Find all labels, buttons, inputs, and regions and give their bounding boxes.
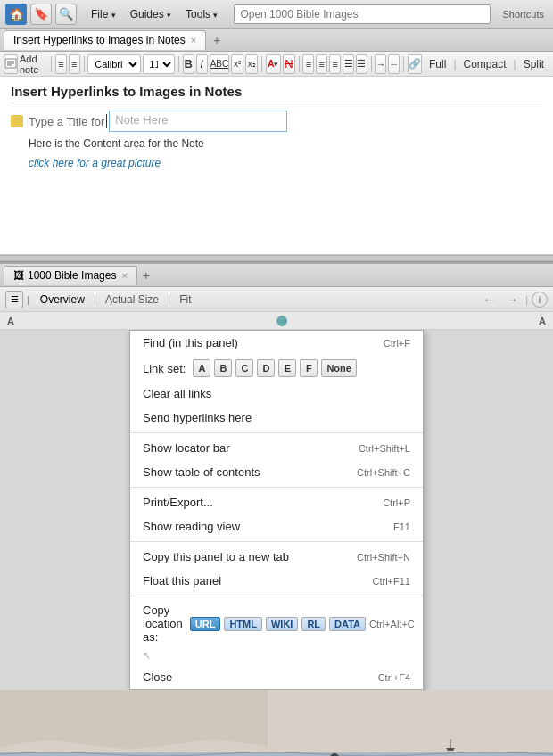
- panel-sep-1: |: [27, 294, 29, 305]
- menu-bar: File ▾ Guides ▾ Tools ▾: [84, 4, 225, 24]
- panel-fit-btn[interactable]: Fit: [174, 292, 196, 308]
- ctx-sep-1: [130, 432, 423, 433]
- panel-info-btn[interactable]: i: [532, 292, 548, 308]
- ruler-a-left: A: [7, 316, 14, 326]
- ruler-a-right: A: [539, 316, 546, 326]
- numbered-list-btn[interactable]: ☰: [356, 54, 367, 74]
- ctx-copy-new-tab[interactable]: Copy this panel to a new tab Ctrl+Shift+…: [130, 545, 423, 569]
- search-btn[interactable]: 🔍: [55, 4, 77, 25]
- panel-overview-btn[interactable]: Overview: [35, 292, 90, 308]
- menu-tools[interactable]: Tools ▾: [178, 4, 225, 24]
- ctx-show-toc[interactable]: Show table of contents Ctrl+Shift+C: [130, 460, 423, 484]
- toolbar-sep-3: [178, 56, 179, 72]
- font-family-select[interactable]: Calibri: [87, 54, 141, 74]
- bullet-list-btn[interactable]: ☰: [343, 54, 354, 74]
- panel-actual-size-btn[interactable]: Actual Size: [100, 292, 164, 308]
- copy-loc-url-btn[interactable]: URL: [190, 617, 221, 631]
- panel-tab-close[interactable]: ×: [121, 270, 127, 281]
- italic-btn[interactable]: I: [196, 54, 208, 74]
- panel-back-btn[interactable]: ←: [479, 292, 499, 307]
- font-size-select[interactable]: 11: [143, 54, 175, 74]
- link-btn[interactable]: 🔗: [408, 54, 422, 74]
- panel-toolbar: ☰ | Overview | Actual Size | Fit ← → | i: [0, 287, 553, 312]
- link-btn-none[interactable]: None: [321, 359, 357, 377]
- toolbar-sep-7: [403, 56, 404, 72]
- note-type-btn[interactable]: [4, 54, 18, 74]
- context-menu: Find (in this panel) Ctrl+F Link set: A …: [129, 330, 424, 690]
- bold-btn[interactable]: B: [183, 54, 194, 74]
- cursor-row: ↖: [130, 648, 423, 665]
- split-mode-btn[interactable]: Split: [518, 56, 549, 72]
- global-search-input[interactable]: [234, 4, 490, 24]
- align-center-btn[interactable]: ≡: [316, 54, 327, 74]
- align-right-btn[interactable]: ≡: [329, 54, 341, 74]
- note-tab-close[interactable]: ×: [191, 35, 196, 45]
- align-left-btn[interactable]: ≡: [302, 54, 314, 74]
- link-btn-b[interactable]: B: [214, 359, 232, 377]
- bible-images-tab[interactable]: 🖼 1000 Bible Images ×: [4, 266, 137, 285]
- ctx-show-locator[interactable]: Show locator bar Ctrl+Shift+L: [130, 436, 423, 460]
- bible-images-panel: 🖼 1000 Bible Images × + ☰ | Overview | A…: [0, 262, 553, 756]
- link-btn-f[interactable]: F: [300, 359, 318, 377]
- bookmark-btn[interactable]: 🔖: [30, 4, 52, 25]
- copy-location-shortcut: Ctrl+Alt+C: [369, 619, 415, 629]
- link-btn-d[interactable]: D: [257, 359, 275, 377]
- copy-loc-rl-btn[interactable]: RL: [301, 617, 326, 631]
- panel-forward-btn[interactable]: →: [502, 292, 522, 307]
- new-note-tab-btn[interactable]: +: [208, 31, 226, 49]
- new-panel-tab-btn[interactable]: +: [137, 267, 155, 284]
- ctx-send-hyperlinks[interactable]: Send hyperlinks here: [130, 406, 423, 430]
- view-modes: Full | Compact | Split: [424, 56, 549, 72]
- link-btn-c[interactable]: C: [235, 359, 253, 377]
- view-sep-1: |: [453, 58, 456, 70]
- note-toolbar: Add note ≡ ≡ Calibri 11 B I ABC x² x₂ A …: [0, 52, 553, 77]
- note-title-input[interactable]: Note Here: [109, 111, 287, 132]
- abc-btn[interactable]: ABC: [210, 54, 230, 74]
- ctx-clear-links[interactable]: Clear all links: [130, 382, 423, 406]
- toolbar-sep-5: [299, 56, 300, 72]
- boat-illustration: [0, 690, 553, 756]
- indent-decrease-btn[interactable]: ≡: [55, 54, 67, 74]
- superscript-btn[interactable]: x²: [231, 54, 243, 74]
- ctx-copy-location-row: Copy location as: URL HTML WIKI RL DATA …: [130, 599, 423, 648]
- indent-increase-btn[interactable]: ≡: [69, 54, 80, 74]
- ctx-sep-2: [130, 487, 423, 488]
- menu-guides[interactable]: Guides ▾: [123, 4, 178, 24]
- ctx-reading-view[interactable]: Show reading view F11: [130, 514, 423, 538]
- subscript-btn[interactable]: x₂: [245, 54, 258, 74]
- increase-indent-btn[interactable]: →: [375, 54, 386, 74]
- copy-location-label: Copy location as:: [143, 604, 183, 644]
- view-sep-2: |: [514, 58, 516, 70]
- highlight-color-btn[interactable]: A ▾: [266, 54, 281, 74]
- ruler: A A: [0, 312, 553, 330]
- compact-mode-btn[interactable]: Compact: [458, 56, 512, 72]
- ctx-float-panel[interactable]: Float this panel Ctrl+F11: [130, 569, 423, 593]
- panel-nav-sep3: |: [525, 294, 528, 305]
- ctx-sep-3: [130, 541, 423, 542]
- copy-loc-html-btn[interactable]: HTML: [224, 617, 262, 631]
- ctx-find[interactable]: Find (in this panel) Ctrl+F: [130, 331, 423, 355]
- note-tab[interactable]: Insert Hyperlinks to Images in Notes ×: [4, 30, 206, 50]
- panel-resize-handle[interactable]: [0, 255, 553, 262]
- menu-file[interactable]: File ▾: [84, 4, 123, 24]
- decrease-indent-btn[interactable]: ←: [388, 54, 400, 74]
- note-editor: Insert Hyperlinks to Images in Notes Typ…: [0, 77, 553, 255]
- copy-loc-wiki-btn[interactable]: WIKI: [266, 617, 298, 631]
- ruler-handle[interactable]: [276, 316, 287, 326]
- note-tab-bar: Insert Hyperlinks to Images in Notes × +: [0, 29, 553, 52]
- toolbar-sep-1: [51, 56, 52, 72]
- note-title-placeholder: Type a Title for: [29, 115, 104, 128]
- strikethrough-btn[interactable]: N: [283, 54, 295, 74]
- full-mode-btn[interactable]: Full: [424, 56, 451, 72]
- copy-loc-data-btn[interactable]: DATA: [329, 617, 366, 631]
- ctx-close[interactable]: Close Ctrl+F4: [130, 665, 423, 689]
- shortcuts-button[interactable]: Shortcuts: [499, 7, 548, 21]
- cursor-indicator: [106, 114, 107, 128]
- note-link[interactable]: click here for a great picture: [29, 157, 542, 169]
- panel-menu-btn[interactable]: ☰: [5, 291, 23, 308]
- link-btn-a[interactable]: A: [193, 359, 210, 377]
- ctx-print-export[interactable]: Print/Export... Ctrl+P: [130, 490, 423, 514]
- link-btn-e[interactable]: E: [278, 359, 296, 377]
- ctx-sep-4: [130, 596, 423, 596]
- cursor-indicator-glyph: ↖: [143, 650, 151, 662]
